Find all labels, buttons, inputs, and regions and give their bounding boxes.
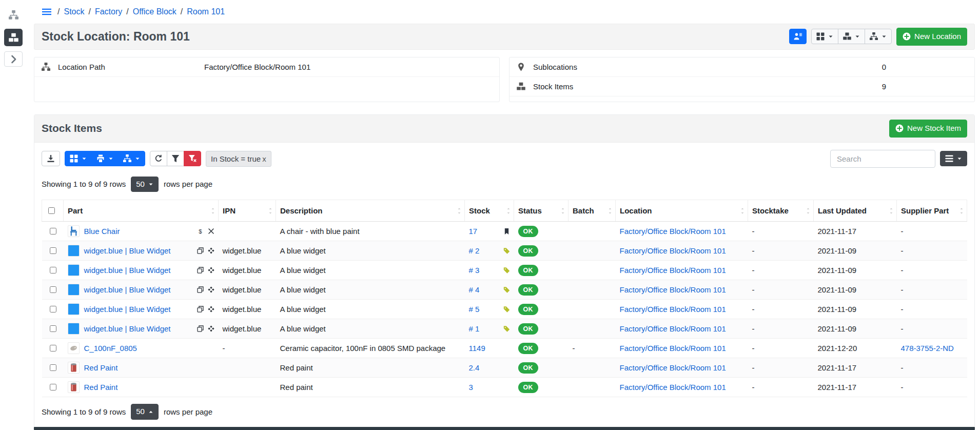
row-select-checkbox[interactable]	[50, 286, 56, 293]
sort-icons	[457, 207, 462, 214]
stock-quantity-link[interactable]: 3	[469, 383, 473, 392]
stock-quantity-link[interactable]: # 3	[469, 266, 480, 275]
view-mode-dropdown[interactable]	[65, 151, 92, 166]
stock-quantity-link[interactable]: 2.4	[469, 363, 480, 372]
location-options-dropdown[interactable]	[865, 29, 892, 44]
breadcrumb-link-stock[interactable]: Stock	[64, 7, 84, 16]
stock-options-dropdown[interactable]	[838, 29, 865, 44]
printer-icon	[96, 154, 105, 163]
part-thumbnail[interactable]	[68, 323, 80, 335]
status-badge: OK	[518, 226, 538, 237]
location-link[interactable]: Factory/Office Block/Room 101	[620, 266, 726, 275]
page-size-dropdown[interactable]: 50	[131, 177, 159, 192]
select-all-checkbox[interactable]	[48, 207, 55, 214]
stock-quantity-link[interactable]: 1149	[469, 344, 485, 353]
row-select-checkbox[interactable]	[50, 228, 56, 234]
part-link[interactable]: widget.blue | Blue Widget	[84, 324, 171, 333]
part-thumbnail[interactable]	[68, 225, 80, 237]
filter-chip-remove[interactable]: x	[262, 154, 266, 163]
stock-quantity-link[interactable]: 17	[469, 227, 478, 236]
download-button[interactable]	[42, 151, 60, 166]
breadcrumb-separator: /	[126, 7, 128, 16]
column-header-description[interactable]: Description	[276, 200, 465, 222]
new-stock-item-button[interactable]: New Stock Item	[889, 120, 967, 138]
row-select-checkbox[interactable]	[50, 267, 56, 273]
columns-dropdown[interactable]	[940, 151, 967, 166]
stock-quantity-link[interactable]: # 1	[469, 324, 480, 333]
breadcrumb-link-room-101[interactable]: Room 101	[187, 7, 225, 16]
row-select-checkbox[interactable]	[50, 306, 56, 312]
refresh-button[interactable]	[150, 151, 167, 166]
sidebar-expand-toggle[interactable]	[4, 51, 23, 67]
location-link[interactable]: Factory/Office Block/Room 101	[620, 363, 726, 372]
caret-down-icon	[957, 156, 962, 161]
row-select-checkbox[interactable]	[50, 345, 56, 351]
column-header-stock[interactable]: Stock	[465, 200, 514, 222]
sidebar-item-location-tree[interactable]	[4, 6, 23, 24]
location-link[interactable]: Factory/Office Block/Room 101	[620, 305, 726, 314]
display-options-dropdown[interactable]	[811, 29, 838, 44]
column-header-supplier-part[interactable]: Supplier Part	[897, 200, 967, 222]
part-thumbnail[interactable]	[68, 284, 80, 296]
location-link[interactable]: Factory/Office Block/Room 101	[620, 344, 726, 353]
location-link[interactable]: Factory/Office Block/Room 101	[620, 324, 726, 333]
breadcrumb-link-office-block[interactable]: Office Block	[133, 7, 177, 16]
location-link[interactable]: Factory/Office Block/Room 101	[620, 383, 726, 392]
menu-toggle-button[interactable]	[41, 6, 52, 17]
row-select-checkbox[interactable]	[50, 384, 56, 390]
part-link[interactable]: widget.blue | Blue Widget	[84, 246, 171, 255]
row-select-checkbox[interactable]	[50, 325, 56, 332]
part-thumbnail[interactable]	[68, 264, 80, 276]
part-link[interactable]: Red Paint	[84, 363, 118, 372]
clear-filters-button[interactable]	[184, 151, 201, 166]
location-link[interactable]: Factory/Office Block/Room 101	[620, 285, 726, 294]
part-link[interactable]: widget.blue | Blue Widget	[84, 266, 171, 275]
page-size-dropdown[interactable]: 50	[131, 404, 159, 420]
location-details-card: Location Path Factory/Office Block/Room …	[34, 57, 500, 102]
part-link[interactable]: widget.blue | Blue Widget	[84, 305, 171, 314]
location-stats-card: Sublocations 0 Stock Items 9	[509, 57, 975, 102]
filter-clear-icon	[188, 154, 197, 163]
stock-actions-dropdown[interactable]	[118, 151, 145, 166]
column-header-last-updated[interactable]: Last Updated	[814, 200, 897, 222]
part-link[interactable]: C_100nF_0805	[84, 344, 137, 353]
page-title: Stock Location: Room 101	[42, 30, 190, 44]
supplier-part-link[interactable]: 478-3755-2-ND	[901, 344, 954, 353]
part-thumbnail[interactable]	[68, 362, 80, 374]
new-location-button[interactable]: New Location	[896, 28, 967, 46]
column-header-ipn[interactable]: IPN	[219, 200, 276, 222]
column-header-batch[interactable]: Batch	[569, 200, 616, 222]
part-link[interactable]: Red Paint	[84, 383, 118, 392]
part-link[interactable]: widget.blue | Blue Widget	[84, 285, 171, 294]
row-select-checkbox[interactable]	[50, 247, 56, 254]
download-icon	[47, 154, 55, 163]
bookmark-flag	[503, 228, 510, 235]
part-link[interactable]: Blue Chair	[84, 227, 120, 236]
sort-icons	[806, 207, 811, 214]
column-header-part[interactable]: Part	[64, 200, 219, 222]
filter-chip-in-stock[interactable]: In Stock = true x	[206, 151, 271, 167]
search-input[interactable]	[830, 150, 935, 168]
stock-quantity-link[interactable]: # 4	[469, 285, 480, 294]
part-thumbnail[interactable]	[68, 245, 80, 257]
caret-down-icon	[740, 211, 745, 214]
print-dropdown[interactable]	[91, 151, 119, 166]
barcode-scan-button[interactable]	[789, 29, 807, 44]
details-row: Location Path Factory/Office Block/Room …	[34, 57, 975, 102]
caret-up-icon	[959, 207, 964, 210]
part-thumbnail[interactable]	[68, 342, 80, 354]
sort-icons	[607, 207, 613, 214]
column-header-status[interactable]: Status	[514, 200, 569, 222]
stock-quantity-link[interactable]: # 2	[469, 246, 480, 255]
column-header-stocktake[interactable]: Stocktake	[748, 200, 814, 222]
location-link[interactable]: Factory/Office Block/Room 101	[620, 227, 726, 236]
sidebar-item-stock[interactable]	[4, 29, 23, 46]
row-select-checkbox[interactable]	[50, 364, 56, 371]
location-link[interactable]: Factory/Office Block/Room 101	[620, 246, 726, 255]
part-thumbnail[interactable]	[68, 303, 80, 315]
breadcrumb-link-factory[interactable]: Factory	[95, 7, 122, 16]
part-thumbnail[interactable]	[68, 381, 80, 393]
filter-button[interactable]	[167, 151, 184, 166]
column-header-location[interactable]: Location	[616, 200, 748, 222]
stock-quantity-link[interactable]: # 5	[469, 305, 480, 314]
